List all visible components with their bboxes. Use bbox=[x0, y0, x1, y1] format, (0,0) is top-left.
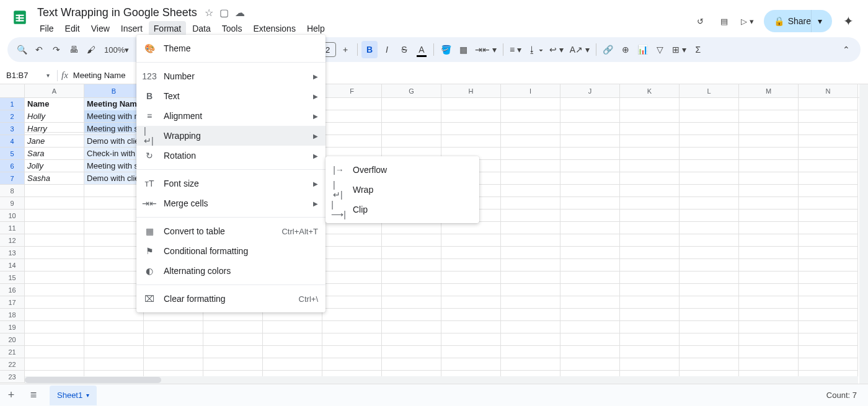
cell[interactable]: Harry bbox=[25, 123, 84, 135]
cell[interactable] bbox=[739, 284, 799, 296]
row-header[interactable]: 10 bbox=[0, 210, 25, 222]
meet-icon[interactable]: ▷ ▾ bbox=[740, 14, 755, 29]
row-header[interactable]: 7 bbox=[0, 172, 25, 185]
cell[interactable] bbox=[382, 234, 441, 247]
cell[interactable] bbox=[739, 222, 799, 234]
cell[interactable] bbox=[799, 296, 858, 309]
star-icon[interactable]: ☆ bbox=[205, 7, 213, 19]
cell[interactable] bbox=[620, 135, 680, 148]
cell[interactable] bbox=[84, 259, 144, 271]
cell[interactable] bbox=[322, 284, 382, 296]
row-header[interactable]: 13 bbox=[0, 247, 25, 259]
cell[interactable] bbox=[322, 271, 382, 284]
cell[interactable] bbox=[680, 160, 739, 172]
cell[interactable] bbox=[560, 346, 620, 358]
col-header-M[interactable]: M bbox=[739, 84, 799, 97]
cell[interactable] bbox=[799, 333, 858, 346]
menu-format[interactable]: Format bbox=[149, 21, 186, 36]
cell[interactable] bbox=[322, 358, 382, 371]
cell[interactable] bbox=[739, 321, 799, 333]
cell[interactable] bbox=[501, 197, 560, 210]
cell[interactable] bbox=[382, 135, 441, 148]
row-header[interactable]: 1 bbox=[0, 98, 25, 110]
search-menus-icon[interactable]: 🔍 bbox=[14, 41, 30, 58]
bold-button[interactable]: B bbox=[361, 41, 378, 58]
collapse-toolbar-button[interactable]: ⌃ bbox=[838, 41, 854, 58]
cell[interactable] bbox=[620, 234, 680, 247]
cell[interactable] bbox=[25, 358, 84, 371]
cell[interactable] bbox=[799, 259, 858, 271]
cell[interactable] bbox=[560, 160, 620, 172]
cell[interactable] bbox=[799, 123, 858, 135]
cell[interactable] bbox=[620, 271, 680, 284]
cell[interactable] bbox=[799, 309, 858, 321]
cell[interactable] bbox=[620, 259, 680, 271]
menu-help[interactable]: Help bbox=[302, 21, 330, 36]
strike-button[interactable]: S bbox=[396, 41, 412, 58]
cell[interactable] bbox=[680, 135, 739, 148]
cell[interactable] bbox=[680, 98, 739, 110]
cell[interactable] bbox=[322, 321, 382, 333]
menu-rotation[interactable]: ↻Rotation▶ bbox=[136, 146, 326, 165]
col-header-G[interactable]: G bbox=[382, 84, 441, 97]
cell[interactable] bbox=[144, 333, 203, 346]
cell[interactable] bbox=[501, 321, 560, 333]
cell[interactable] bbox=[680, 259, 739, 271]
cell[interactable] bbox=[144, 346, 203, 358]
borders-button[interactable]: ▦ bbox=[455, 41, 471, 58]
cell[interactable] bbox=[739, 148, 799, 160]
cell[interactable] bbox=[501, 222, 560, 234]
cell[interactable] bbox=[84, 358, 144, 371]
cell[interactable] bbox=[382, 271, 441, 284]
cell[interactable] bbox=[799, 271, 858, 284]
cell[interactable] bbox=[501, 247, 560, 259]
valign-button[interactable]: ⭳ ▾ bbox=[525, 41, 546, 58]
cell[interactable] bbox=[501, 210, 560, 222]
col-header-A[interactable]: A bbox=[25, 84, 84, 97]
cell[interactable] bbox=[263, 358, 322, 371]
cell[interactable] bbox=[799, 284, 858, 296]
cell[interactable] bbox=[441, 321, 501, 333]
cell[interactable] bbox=[620, 284, 680, 296]
cell[interactable] bbox=[799, 160, 858, 172]
menu-alternating[interactable]: ◐Alternating colors bbox=[136, 261, 326, 281]
cell[interactable] bbox=[441, 135, 501, 148]
selection-count[interactable]: Count: 7 bbox=[826, 391, 857, 400]
redo-button[interactable]: ↷ bbox=[48, 41, 64, 58]
cell[interactable] bbox=[25, 321, 84, 333]
cell[interactable] bbox=[25, 259, 84, 271]
cell[interactable] bbox=[560, 309, 620, 321]
cell[interactable] bbox=[799, 98, 858, 110]
undo-button[interactable]: ↶ bbox=[31, 41, 47, 58]
row-header[interactable]: 11 bbox=[0, 222, 25, 234]
cell[interactable] bbox=[560, 98, 620, 110]
menu-convert-table[interactable]: ▦Convert to tableCtrl+Alt+T bbox=[136, 221, 326, 241]
menu-data[interactable]: Data bbox=[187, 21, 216, 36]
text-color-button[interactable]: A bbox=[414, 41, 430, 58]
cell[interactable] bbox=[203, 333, 263, 346]
col-header-H[interactable]: H bbox=[441, 84, 501, 97]
cell[interactable] bbox=[739, 98, 799, 110]
cell[interactable] bbox=[680, 247, 739, 259]
sheets-logo[interactable] bbox=[7, 5, 32, 30]
cell[interactable] bbox=[263, 321, 322, 333]
cell[interactable] bbox=[560, 197, 620, 210]
cell[interactable] bbox=[739, 296, 799, 309]
cell[interactable] bbox=[739, 358, 799, 371]
cell[interactable] bbox=[382, 222, 441, 234]
cell[interactable] bbox=[739, 172, 799, 185]
cell[interactable] bbox=[25, 284, 84, 296]
cell[interactable] bbox=[501, 333, 560, 346]
col-header-F[interactable]: F bbox=[322, 84, 382, 97]
cell[interactable] bbox=[84, 210, 144, 222]
cell[interactable] bbox=[84, 321, 144, 333]
cell[interactable] bbox=[441, 358, 501, 371]
cell[interactable] bbox=[739, 110, 799, 123]
cell[interactable] bbox=[680, 148, 739, 160]
cell[interactable] bbox=[739, 333, 799, 346]
cell[interactable] bbox=[322, 309, 382, 321]
row-header[interactable]: 6 bbox=[0, 160, 25, 172]
cell[interactable] bbox=[382, 321, 441, 333]
cell[interactable] bbox=[799, 210, 858, 222]
cell[interactable] bbox=[620, 296, 680, 309]
